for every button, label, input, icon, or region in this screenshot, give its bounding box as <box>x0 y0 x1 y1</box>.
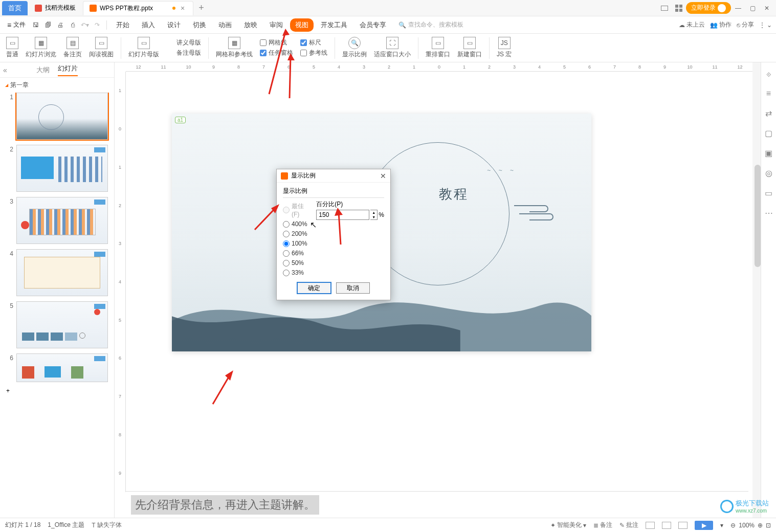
rail-help-icon[interactable]: ◎ <box>765 168 772 178</box>
share-button[interactable]: ⎋分享 <box>737 20 754 29</box>
tab-outline[interactable]: 大纲 <box>36 65 50 75</box>
collapse-panel-icon[interactable]: « <box>3 66 7 74</box>
slide-title[interactable]: 教程 <box>439 185 469 203</box>
preview-icon[interactable]: ⎙ <box>68 20 78 30</box>
menu-member[interactable]: 会员专享 <box>354 18 391 32</box>
collab-button[interactable]: 👥协作 <box>710 20 731 29</box>
thumbnail-4[interactable]: 4 <box>6 249 108 296</box>
radio-66[interactable]: 66% <box>283 250 309 257</box>
rail-format-icon[interactable]: ≡ <box>766 89 771 98</box>
notes-pane[interactable]: 先介绍背景信息，再进入主题讲解。 <box>126 491 748 518</box>
view-notes-button[interactable]: ▤备注页 <box>63 37 82 59</box>
menu-slideshow[interactable]: 放映 <box>239 18 262 32</box>
thumbnail-2[interactable]: 2 <box>6 145 108 192</box>
play-button[interactable]: ▶ <box>695 521 713 530</box>
rail-reading-icon[interactable]: ▭ <box>765 188 772 198</box>
dialog-header[interactable]: 显示比例 ✕ <box>277 169 390 183</box>
rail-transition-icon[interactable]: ⇄ <box>765 108 772 118</box>
rail-style-icon[interactable]: ⟐ <box>766 70 771 79</box>
vertical-scrollbar[interactable] <box>752 62 761 518</box>
grid-settings-button[interactable]: ▦网格和参考线 <box>216 37 253 59</box>
apps-grid-icon[interactable] <box>672 1 686 15</box>
radio-400[interactable]: 400% <box>283 220 309 228</box>
maximize-button[interactable]: ▢ <box>745 1 760 15</box>
radio-200[interactable]: 200% <box>283 230 309 237</box>
view-sorter-button[interactable]: ▦幻灯片浏览 <box>26 37 56 59</box>
rail-more-icon[interactable]: ⋯ <box>765 208 773 218</box>
menu-view[interactable]: 视图 <box>290 18 314 32</box>
fit-window-button[interactable]: ⛶适应窗口大小 <box>374 37 411 59</box>
percent-spinner[interactable]: ▲▼ <box>370 210 378 220</box>
ok-button[interactable]: 确定 <box>297 282 331 294</box>
radio-50[interactable]: 50% <box>283 259 309 267</box>
view-normal-icon[interactable] <box>646 522 655 529</box>
tab-home[interactable]: 首页 <box>2 1 28 15</box>
smart-beautify-button[interactable]: ✦智能美化▾ <box>550 521 586 529</box>
menu-review[interactable]: 审阅 <box>264 18 288 32</box>
guides-checkbox[interactable] <box>300 50 307 56</box>
thumbnail-5[interactable]: 5✶🔊 <box>6 301 108 348</box>
section-header[interactable]: ◢第一章 <box>0 78 114 93</box>
file-menu[interactable]: ≡文件 <box>4 20 29 29</box>
zoom-value[interactable]: 100% <box>739 522 755 529</box>
zoom-button[interactable]: 🔍显示比例 <box>342 37 367 59</box>
radio-100[interactable]: 100% <box>283 240 309 247</box>
rail-select-icon[interactable]: ▣ <box>765 148 772 158</box>
menu-transition[interactable]: 切换 <box>188 18 211 32</box>
zoom-in-button[interactable]: ⊕ <box>758 522 763 529</box>
view-reading-button[interactable]: ▭阅读视图 <box>89 37 114 59</box>
notes-text[interactable]: 先介绍背景信息，再进入主题讲解。 <box>131 495 319 515</box>
tab-slides[interactable]: 幻灯片 <box>58 64 78 76</box>
layout-toggle-icon[interactable] <box>657 1 672 15</box>
redo-icon[interactable]: ↷ <box>92 20 102 30</box>
zoom-fit-button[interactable]: ⊡ <box>766 522 771 529</box>
save-as-icon[interactable]: 🗐 <box>43 20 53 30</box>
new-window-button[interactable]: ▭新建窗口 <box>457 37 482 59</box>
minimize-button[interactable]: — <box>731 1 745 15</box>
thumbnail-6[interactable]: 6 <box>6 353 108 382</box>
zoom-out-button[interactable]: ⊖ <box>730 522 736 529</box>
thumbnail-3[interactable]: 3✶ <box>6 197 108 244</box>
more-menu[interactable]: ⋮ ⌄ <box>759 21 772 29</box>
chevron-down-icon[interactable]: ▾ <box>720 522 723 529</box>
arrange-windows-button[interactable]: ▭重排窗口 <box>426 37 450 59</box>
percent-input[interactable] <box>316 210 369 220</box>
slide-master-button[interactable]: ▭幻灯片母版 <box>128 37 159 59</box>
menu-design[interactable]: 设计 <box>162 18 186 32</box>
undo-icon[interactable]: ↶▾ <box>80 20 90 30</box>
gridlines-checkbox[interactable] <box>260 39 267 46</box>
view-reading-icon[interactable] <box>678 522 688 529</box>
menu-insert[interactable]: 插入 <box>137 18 160 32</box>
handout-master-button[interactable]: 讲义母版 <box>166 38 201 47</box>
menu-start[interactable]: 开始 <box>111 18 135 32</box>
view-sorter-icon[interactable] <box>662 522 671 529</box>
rail-animate-icon[interactable]: ▢ <box>765 128 772 138</box>
add-slide-button[interactable]: + <box>6 387 108 394</box>
cancel-button[interactable]: 取消 <box>336 282 370 294</box>
menu-animation[interactable]: 动画 <box>213 18 237 32</box>
notes-toggle-button[interactable]: ≣备注 <box>593 521 612 529</box>
login-button[interactable]: 立即登录 <box>686 2 731 14</box>
command-search[interactable]: 🔍查找命令、搜索模板 <box>398 20 463 29</box>
taskpane-checkbox[interactable] <box>260 50 267 56</box>
window-close-button[interactable]: ✕ <box>760 1 774 15</box>
js-macro-button[interactable]: JSJS 宏 <box>497 37 512 59</box>
thumbnail-1[interactable]: 1 <box>6 93 108 140</box>
view-normal-button[interactable]: ▭普通 <box>6 37 18 59</box>
radio-33[interactable]: 33% <box>283 269 309 276</box>
ruler-checkbox[interactable] <box>300 39 307 46</box>
menu-dev[interactable]: 开发工具 <box>316 18 352 32</box>
cloud-status[interactable]: ☁未上云 <box>679 20 705 29</box>
notes-master-button[interactable]: 备注母版 <box>166 49 201 57</box>
thumbnail-list[interactable]: 1 2 3✶ 4 5✶🔊 6 + <box>0 93 114 518</box>
save-icon[interactable]: 🖫 <box>31 20 41 30</box>
close-icon[interactable]: × <box>179 4 187 12</box>
comments-button[interactable]: ✎批注 <box>619 521 638 529</box>
print-icon[interactable]: 🖨 <box>55 20 65 30</box>
missing-font-button[interactable]: T缺失字体 <box>92 521 121 529</box>
status-theme[interactable]: 1_Office 主题 <box>48 521 84 529</box>
dialog-close-button[interactable]: ✕ <box>380 172 386 180</box>
tab-template[interactable]: 找稻壳模板 <box>29 1 82 15</box>
new-tab-button[interactable]: + <box>194 3 208 13</box>
tab-document[interactable]: WPS PPT教程.pptx × <box>83 1 193 15</box>
